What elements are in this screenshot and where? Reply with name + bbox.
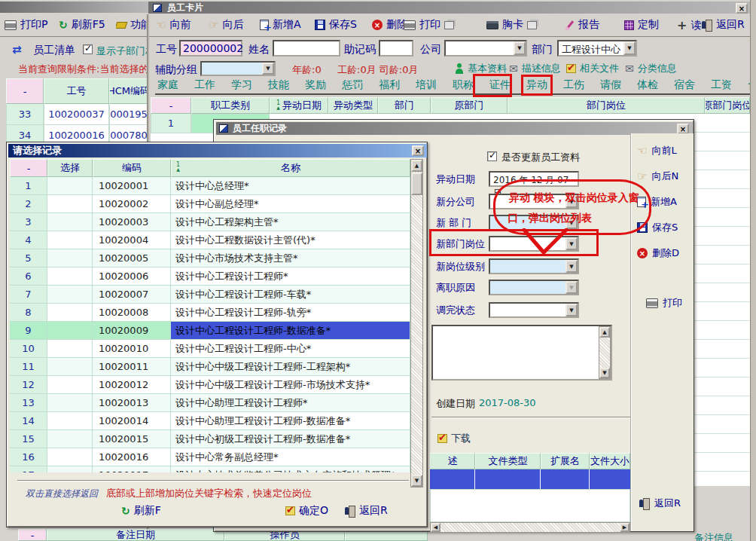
tab-item[interactable]: 工资 [709,78,734,93]
left-grid-header-hcm[interactable]: HCM编码 [109,78,148,104]
add-button[interactable]: 新增A [260,18,301,32]
left-grid-header-dash[interactable]: - [6,78,44,104]
record-dialog-close-icon[interactable] [677,124,689,134]
tab-item[interactable]: 职称 [450,78,476,93]
left-grid-cell-empno[interactable]: 100200037 [44,104,109,125]
record-prev-button[interactable]: 向前L [637,144,677,157]
row-name[interactable]: 设计中心市场技术支持主管* [171,249,410,267]
tab-item[interactable]: 学习 [229,78,255,93]
row-code[interactable]: 10020005 [93,249,171,267]
show-sub-dept-checkbox[interactable] [83,44,93,54]
row-number[interactable]: 17 [10,466,47,472]
scroll-left-icon[interactable]: ◀ [431,523,440,532]
row-number[interactable]: 6 [10,267,47,286]
list-item[interactable]: 16 10020016 设计中心常务副总经理* [10,448,410,466]
functions-button[interactable]: 功能O [116,18,148,32]
row-select-cell[interactable] [47,286,93,304]
row-name[interactable]: 设计中心工程设计工程师-车载* [171,286,410,304]
row-select-cell[interactable] [47,466,93,472]
row-code[interactable]: 10020006 [93,267,171,286]
download-button[interactable]: 下载 [437,432,471,445]
row-select-cell[interactable] [47,267,93,286]
mnemonic-field[interactable] [379,40,413,57]
dept-dropdown[interactable]: 工程设计中心 [557,40,637,57]
scroll-up-icon[interactable]: ▲ [599,327,610,338]
row-code[interactable]: 10020014 [93,412,171,430]
list-item[interactable]: 7 10020007 设计中心工程设计工程师-车载* [10,286,410,304]
row-select-cell[interactable] [47,394,93,412]
list-item[interactable]: 8 10020008 设计中心工程设计工程师-轨旁* [10,304,410,322]
chevron-down-icon[interactable] [514,41,526,55]
row-select-cell[interactable] [47,430,93,448]
row-number[interactable]: 10 [10,340,47,358]
list-item[interactable]: 4 10020004 设计中心工程数据设计主管(代)* [10,231,410,249]
main-window-close-icon[interactable] [736,3,748,14]
employee-list-button[interactable] [12,43,22,57]
list-item[interactable]: 11 10020011 设计中心中级工程设计工程师-工程架构* [10,358,410,376]
nav-prev-button[interactable]: 向前 [156,18,191,32]
row-number[interactable]: 12 [10,376,47,394]
move-grid-header-movetype[interactable]: 异动类型 [328,97,378,114]
row-name[interactable]: 设计中心工程架构主管* [171,213,410,231]
category-info-link[interactable]: 分类信息 [625,62,677,75]
scroll-down-icon[interactable]: ▼ [411,475,422,487]
scroll-right-icon[interactable]: ▶ [620,523,629,532]
row-name[interactable]: 设计中心初级工程设计工程师-数据准备* [171,430,410,448]
row-number[interactable]: 11 [10,358,47,376]
tab-item[interactable]: 工作 [192,78,218,93]
transfer-status-dropdown[interactable] [489,302,579,318]
tab-item[interactable]: 请假 [598,78,623,93]
row-number[interactable]: 14 [10,412,47,430]
move-grid-header-post[interactable]: 部门岗位 [508,97,705,114]
scroll-down-icon[interactable]: ▼ [599,368,610,378]
list-item[interactable]: 6 10020006 设计中心工程设计工程师* [10,267,410,286]
select-grid-header-dash[interactable]: - [10,159,47,177]
row-name[interactable]: 设计中心助理工程设计工程师* [171,394,410,412]
chevron-down-icon[interactable] [565,260,578,273]
row-name[interactable]: 设计中心助理工程设计工程师-数据准备* [171,412,410,430]
row-number[interactable]: 2 [10,195,47,213]
select-back-button[interactable]: 返回R [344,504,388,518]
badge-button[interactable]: 胸卡 [486,18,537,32]
list-item[interactable]: 9 10020009 设计中心工程设计工程师-数据准备* [10,322,410,340]
scrollbar-thumb[interactable] [411,173,422,195]
company-dropdown[interactable] [444,40,527,57]
list-item[interactable]: 13 10020013 设计中心助理工程设计工程师* [10,394,410,412]
row-select-cell[interactable] [47,340,93,358]
row-number[interactable]: 5 [10,249,47,267]
tab-item[interactable]: 技能 [266,78,291,93]
list-item[interactable]: 1 10020001 设计中心总经理* [10,177,410,195]
tab-item[interactable]: 培训 [413,78,439,93]
row-select-cell[interactable] [47,249,93,267]
record-print-button[interactable]: 打印 [646,296,682,310]
row-select-cell[interactable] [47,448,93,466]
aux-group-dropdown[interactable] [200,61,276,76]
file-grid-header-size[interactable]: 文件大小 [590,453,630,469]
chevron-down-icon[interactable] [262,63,274,75]
tab-item[interactable]: 体检 [635,78,660,93]
left-grid-cell-hcm[interactable]: 000195 [109,104,148,125]
row-name[interactable]: 设计中心常务副总经理* [171,448,410,466]
file-grid-hscrollbar[interactable]: ◀ ▶ [430,522,630,533]
record-back-button[interactable]: 返回R [639,497,681,510]
row-code[interactable]: 10020008 [93,304,171,322]
select-grid-header-select[interactable]: 选择 [47,159,93,177]
row-name[interactable]: 设计中心总经理* [171,177,410,195]
move-grid-header-origdept[interactable]: 原部门 [431,97,508,114]
row-number[interactable]: 4 [10,231,47,249]
file-grid-header-desc[interactable]: 述 [430,453,475,469]
report-button[interactable]: 报告 [565,18,599,32]
related-files-link[interactable]: 相关文件 [566,62,619,75]
move-grid-header-type[interactable]: 职工类别 [191,97,270,114]
row-code[interactable]: 10020012 [93,376,171,394]
chevron-down-icon[interactable] [623,41,636,55]
desc-info-link[interactable]: 描述信息 [509,62,561,75]
move-grid-header-dept[interactable]: 部门 [378,97,431,114]
row-code[interactable]: 10020003 [93,213,171,231]
row-select-cell[interactable] [47,177,93,195]
tab-item[interactable]: 惩罚 [340,78,365,93]
row-code[interactable]: 10020010 [93,340,171,358]
row-select-cell[interactable] [47,213,93,231]
select-grid-header-code[interactable]: 编码 [93,159,171,177]
row-code[interactable]: 10020007 [93,286,171,304]
